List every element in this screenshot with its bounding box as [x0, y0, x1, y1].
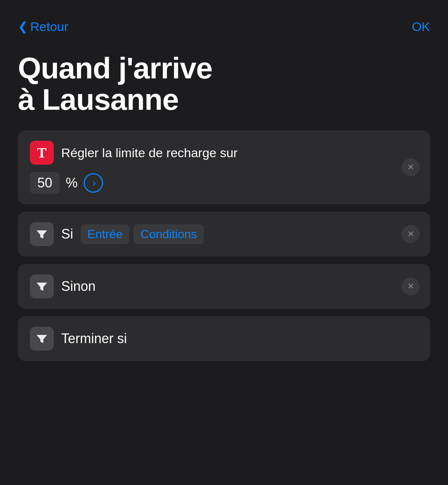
si-keyword: Si	[61, 226, 73, 242]
title-line1: Quand j'arrive	[18, 52, 212, 85]
tesla-card-close-button[interactable]: ✕	[402, 158, 420, 176]
title-line2: à Lausanne	[18, 83, 178, 116]
detail-button[interactable]: ›	[84, 173, 103, 193]
sinon-card: Sinon ✕	[18, 264, 430, 309]
tesla-card: T Régler la limite de recharge sur 50 % …	[18, 130, 430, 204]
terminer-filter-icon	[30, 327, 54, 351]
si-card: Si Entrée Conditions ✕	[18, 212, 430, 257]
top-navigation: ❮ Retour OK	[0, 0, 448, 41]
ok-button[interactable]: OK	[412, 19, 430, 34]
sinon-filter-icon	[30, 274, 54, 298]
tesla-card-top: T Régler la limite de recharge sur	[30, 141, 418, 165]
detail-chevron-icon: ›	[92, 178, 96, 188]
conditions-tag[interactable]: Conditions	[134, 224, 203, 244]
close-icon: ✕	[407, 282, 414, 290]
tesla-logo: T	[37, 146, 46, 160]
filter-shape-icon	[35, 227, 49, 241]
tesla-action-label: Régler la limite de recharge sur	[61, 146, 237, 160]
terminer-card: Terminer si	[18, 316, 430, 361]
close-icon: ✕	[407, 230, 414, 238]
percent-unit: %	[66, 175, 78, 191]
tesla-icon: T	[30, 141, 54, 165]
back-button[interactable]: ❮ Retour	[18, 19, 68, 34]
cards-container: T Régler la limite de recharge sur 50 % …	[0, 130, 448, 361]
back-label: Retour	[30, 19, 68, 34]
si-card-close-button[interactable]: ✕	[402, 225, 420, 243]
sinon-card-content: Sinon	[30, 274, 418, 298]
sinon-card-close-button[interactable]: ✕	[402, 277, 420, 295]
back-chevron-icon: ❮	[18, 21, 28, 32]
charge-value[interactable]: 50	[30, 172, 60, 194]
si-card-content: Si Entrée Conditions	[30, 222, 418, 246]
sinon-label: Sinon	[61, 279, 96, 294]
page-title: Quand j'arrive à Lausanne	[0, 41, 448, 130]
si-tags-group: Entrée Conditions	[81, 224, 203, 244]
filter-icon	[30, 222, 54, 246]
filter-shape-icon-terminer	[35, 332, 49, 345]
close-icon: ✕	[407, 163, 414, 171]
entree-tag[interactable]: Entrée	[81, 224, 129, 244]
filter-shape-icon-sinon	[35, 280, 49, 293]
tesla-card-bottom: 50 % ›	[30, 172, 418, 194]
terminer-label: Terminer si	[61, 331, 127, 346]
terminer-card-content: Terminer si	[30, 327, 418, 351]
